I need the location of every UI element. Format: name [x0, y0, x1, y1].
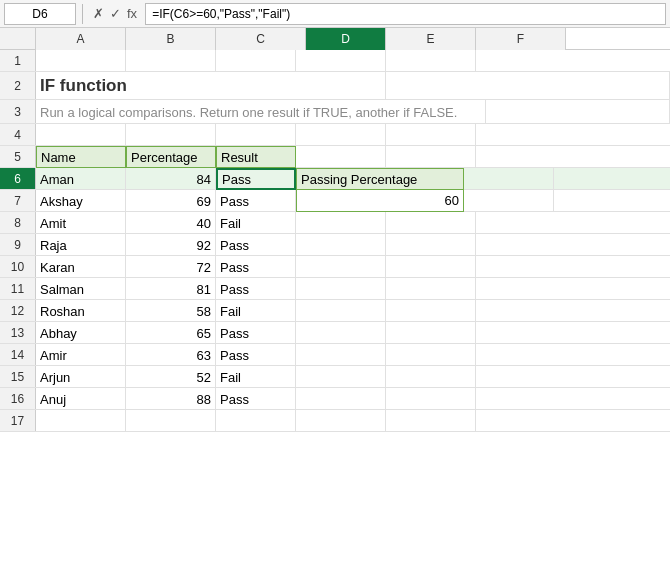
cell-d13[interactable]: Pass [216, 322, 296, 344]
cell-f13[interactable] [386, 322, 476, 344]
col-header-d[interactable]: D [306, 28, 386, 50]
cell-b6[interactable]: Aman [36, 168, 126, 190]
cell-c16[interactable]: 88 [126, 388, 216, 410]
cell-b8[interactable]: Amit [36, 212, 126, 234]
cell-c1[interactable] [126, 50, 216, 72]
cell-f12[interactable] [386, 300, 476, 322]
cell-b17[interactable] [36, 410, 126, 432]
cell-f6[interactable] [464, 168, 554, 190]
cell-d9[interactable]: Pass [216, 234, 296, 256]
cell-c14[interactable]: 63 [126, 344, 216, 366]
cell-f7[interactable] [464, 190, 554, 212]
col-header-f[interactable]: F [476, 28, 566, 50]
row-num-14[interactable]: 14 [0, 344, 36, 365]
cell-e4[interactable] [296, 124, 386, 146]
cell-e13[interactable] [296, 322, 386, 344]
col-header-e[interactable]: E [386, 28, 476, 50]
row-num-16[interactable]: 16 [0, 388, 36, 409]
cell-c10[interactable]: 72 [126, 256, 216, 278]
cell-b16[interactable]: Anuj [36, 388, 126, 410]
row-num-13[interactable]: 13 [0, 322, 36, 343]
col-header-a[interactable]: A [36, 28, 126, 50]
row-num-10[interactable]: 10 [0, 256, 36, 277]
cell-b7[interactable]: Akshay [36, 190, 126, 212]
cell-f10[interactable] [386, 256, 476, 278]
cell-f8[interactable] [386, 212, 476, 234]
cell-e14[interactable] [296, 344, 386, 366]
row-num-5[interactable]: 5 [0, 146, 36, 167]
cell-f4[interactable] [386, 124, 476, 146]
cell-d11[interactable]: Pass [216, 278, 296, 300]
cell-reference-box[interactable]: D6 [4, 3, 76, 25]
cell-e15[interactable] [296, 366, 386, 388]
cell-d1[interactable] [216, 50, 296, 72]
cell-f17[interactable] [386, 410, 476, 432]
cell-f5[interactable] [386, 146, 476, 168]
cell-f11[interactable] [386, 278, 476, 300]
cell-c13[interactable]: 65 [126, 322, 216, 344]
check-icon[interactable]: ✓ [110, 6, 121, 21]
cell-c6[interactable]: 84 [126, 168, 216, 190]
cell-b12[interactable]: Roshan [36, 300, 126, 322]
cell-d6[interactable]: Pass [216, 168, 296, 190]
cell-b10[interactable]: Karan [36, 256, 126, 278]
row-num-3[interactable]: 3 [0, 100, 36, 123]
cell-f16[interactable] [386, 388, 476, 410]
cell-c11[interactable]: 81 [126, 278, 216, 300]
fx-icon[interactable]: fx [127, 6, 137, 21]
cell-b15[interactable]: Arjun [36, 366, 126, 388]
row-num-7[interactable]: 7 [0, 190, 36, 211]
cell-b9[interactable]: Raja [36, 234, 126, 256]
row-num-1[interactable]: 1 [0, 50, 36, 71]
cell-e6[interactable]: Passing Percentage [296, 168, 464, 190]
cell-d7[interactable]: Pass [216, 190, 296, 212]
row-num-2[interactable]: 2 [0, 72, 36, 99]
cell-d4[interactable] [216, 124, 296, 146]
cell-e5[interactable] [296, 146, 386, 168]
cell-e12[interactable] [296, 300, 386, 322]
cell-f9[interactable] [386, 234, 476, 256]
cell-b5-header[interactable]: Name [36, 146, 126, 168]
cell-b1[interactable] [36, 50, 126, 72]
cell-d15[interactable]: Fail [216, 366, 296, 388]
cell-e16[interactable] [296, 388, 386, 410]
formula-input[interactable]: =IF(C6>=60,"Pass","Fail") [145, 3, 666, 25]
cell-d14[interactable]: Pass [216, 344, 296, 366]
cell-c5-header[interactable]: Percentage [126, 146, 216, 168]
cell-c4[interactable] [126, 124, 216, 146]
cell-f2[interactable] [386, 72, 670, 100]
row-num-12[interactable]: 12 [0, 300, 36, 321]
cell-c9[interactable]: 92 [126, 234, 216, 256]
cell-e9[interactable] [296, 234, 386, 256]
row-num-8[interactable]: 8 [0, 212, 36, 233]
col-header-b[interactable]: B [126, 28, 216, 50]
cell-e1[interactable] [296, 50, 386, 72]
row-num-15[interactable]: 15 [0, 366, 36, 387]
cell-c12[interactable]: 58 [126, 300, 216, 322]
cell-b14[interactable]: Amir [36, 344, 126, 366]
cell-b11[interactable]: Salman [36, 278, 126, 300]
col-header-c[interactable]: C [216, 28, 306, 50]
cross-icon[interactable]: ✗ [93, 6, 104, 21]
cell-b3-subtitle[interactable]: Run a logical comparisons. Return one re… [36, 100, 486, 124]
row-num-17[interactable]: 17 [0, 410, 36, 431]
cell-f15[interactable] [386, 366, 476, 388]
cell-c15[interactable]: 52 [126, 366, 216, 388]
row-num-9[interactable]: 9 [0, 234, 36, 255]
cell-f1[interactable] [386, 50, 476, 72]
cell-c7[interactable]: 69 [126, 190, 216, 212]
row-num-4[interactable]: 4 [0, 124, 36, 145]
cell-d8[interactable]: Fail [216, 212, 296, 234]
cell-e8[interactable] [296, 212, 386, 234]
passing-percentage-value[interactable]: 60 [296, 190, 464, 212]
cell-e10[interactable] [296, 256, 386, 278]
cell-b4[interactable] [36, 124, 126, 146]
cell-e7[interactable]: 60 [296, 190, 464, 212]
cell-f3[interactable] [486, 100, 670, 124]
cell-d10[interactable]: Pass [216, 256, 296, 278]
cell-e17[interactable] [296, 410, 386, 432]
cell-d16[interactable]: Pass [216, 388, 296, 410]
cell-d5-header[interactable]: Result [216, 146, 296, 168]
cell-b13[interactable]: Abhay [36, 322, 126, 344]
cell-f14[interactable] [386, 344, 476, 366]
